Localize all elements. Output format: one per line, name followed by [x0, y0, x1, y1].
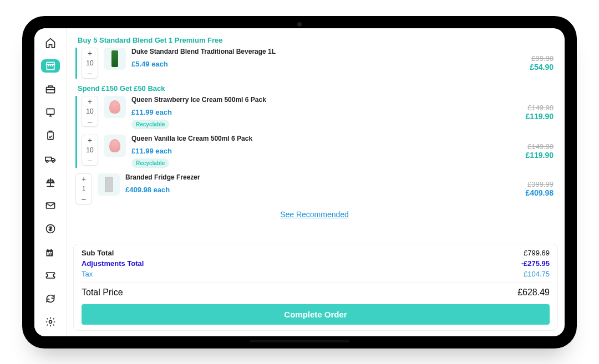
qty-increment[interactable]: + [82, 48, 98, 58]
line-price: £409.98 [509, 188, 554, 197]
cart-line-item: +10–Queen Strawberry Ice Cream 500ml 6 P… [82, 96, 554, 129]
total-label: Total Price [82, 288, 123, 298]
line-price: £119.90 [509, 112, 554, 121]
unit-price: £11.99 each [131, 108, 504, 116]
quantity-stepper[interactable]: +10– [82, 96, 98, 127]
cart-line-item: +10–Duke Standard Blend Traditional Beve… [82, 48, 554, 79]
price-column: £99.90£54.90 [509, 54, 554, 71]
unit-price: £11.99 each [131, 147, 504, 155]
nav-home[interactable] [41, 36, 60, 49]
qty-decrement[interactable]: – [76, 194, 92, 204]
line-price: £119.90 [509, 151, 554, 160]
nav-castle[interactable] [41, 245, 60, 259]
see-recommended-row: See Recommended [75, 210, 554, 219]
promo-block: +10–Queen Strawberry Ice Cream 500ml 6 P… [75, 96, 554, 168]
home-indicator [250, 340, 349, 342]
original-price: £149.90 [509, 104, 554, 112]
product-info: Duke Standard Blend Traditional Beverage… [131, 48, 504, 68]
quantity-stepper[interactable]: +10– [82, 48, 98, 79]
tablet-frame: Buy 5 Standard Blend Get 1 Premium Free+… [22, 16, 577, 348]
unit-price: £5.49 each [131, 60, 504, 68]
original-price: £399.99 [509, 180, 554, 188]
subtotal-value: £799.69 [524, 249, 550, 257]
product-info: Queen Vanilla Ice Cream 500ml 6 Pack£11.… [131, 135, 504, 168]
tax-value: £104.75 [524, 270, 550, 278]
cart-scroll[interactable]: Buy 5 Standard Blend Get 1 Premium Free+… [67, 28, 565, 242]
product-thumb [98, 173, 120, 196]
unit-price: £409.98 each [125, 186, 504, 194]
camera-dot [297, 22, 302, 27]
main-area: Buy 5 Standard Blend Get 1 Premium Free+… [67, 28, 565, 336]
nav-briefcase[interactable] [41, 83, 60, 96]
qty-value: 10 [86, 106, 93, 116]
cart-line-item: +10–Queen Vanilla Ice Cream 500ml 6 Pack… [82, 135, 554, 168]
quantity-stepper[interactable]: +1– [75, 173, 92, 204]
qty-value: 1 [82, 184, 86, 194]
original-price: £149.90 [509, 142, 554, 151]
nav-truck[interactable] [41, 152, 60, 166]
product-name: Queen Vanilla Ice Cream 500ml 6 Pack [131, 135, 504, 142]
nav-monitor[interactable] [41, 106, 60, 119]
qty-decrement[interactable]: – [82, 68, 98, 78]
adjustments-label[interactable]: Adjustments Total [82, 259, 144, 268]
svg-rect-2 [48, 132, 53, 139]
promo-title: Buy 5 Standard Blend Get 1 Premium Free [78, 36, 554, 44]
product-info: Queen Strawberry Ice Cream 500ml 6 Pack£… [131, 96, 504, 129]
line-price: £54.90 [509, 63, 554, 71]
totals-panel: Sub Total £799.69 Adjustments Total -£27… [73, 244, 558, 331]
subtotal-label: Sub Total [82, 249, 114, 257]
recyclable-badge: Recyclable [131, 158, 169, 168]
price-column: £149.90£119.90 [509, 104, 554, 121]
nav-sync[interactable] [41, 292, 60, 305]
original-price: £99.90 [509, 54, 554, 63]
nav-dollar[interactable] [41, 222, 60, 235]
nav-store[interactable] [41, 59, 60, 73]
sidebar [34, 28, 67, 336]
see-recommended-link[interactable]: See Recommended [280, 210, 349, 219]
nav-scale[interactable] [41, 176, 60, 189]
svg-point-5 [49, 320, 52, 323]
svg-rect-0 [46, 87, 54, 93]
complete-order-button[interactable]: Complete Order [82, 304, 550, 325]
screen: Buy 5 Standard Blend Get 1 Premium Free+… [34, 28, 565, 336]
recyclable-badge: Recyclable [131, 120, 169, 129]
product-name: Branded Fridge Freezer [125, 173, 504, 181]
product-name: Queen Strawberry Ice Cream 500ml 6 Pack [131, 96, 504, 104]
nav-mail[interactable] [41, 199, 60, 212]
product-thumb [104, 135, 126, 157]
promo-block: +10–Duke Standard Blend Traditional Beve… [75, 48, 554, 79]
cart-line-item: +1–Branded Fridge Freezer£409.98 each£39… [75, 173, 554, 204]
nav-clipboard[interactable] [41, 129, 60, 142]
qty-increment[interactable]: + [82, 135, 98, 145]
svg-rect-1 [47, 109, 54, 114]
total-value: £628.49 [517, 288, 550, 298]
quantity-stepper[interactable]: +10– [82, 135, 98, 166]
product-info: Branded Fridge Freezer£409.98 each [125, 173, 504, 194]
nav-settings[interactable] [41, 315, 60, 329]
qty-decrement[interactable]: – [82, 116, 98, 126]
price-column: £149.90£119.90 [509, 142, 554, 160]
qty-value: 10 [86, 58, 93, 68]
adjustments-value: -£275.95 [521, 259, 550, 268]
qty-value: 10 [86, 145, 93, 155]
qty-increment[interactable]: + [82, 96, 98, 106]
product-name: Duke Standard Blend Traditional Beverage… [131, 48, 504, 55]
qty-decrement[interactable]: – [82, 155, 98, 165]
tax-label[interactable]: Tax [82, 270, 93, 278]
product-thumb [104, 96, 126, 118]
qty-increment[interactable]: + [76, 174, 92, 184]
price-column: £399.99£409.98 [509, 180, 554, 197]
product-thumb [104, 48, 126, 70]
nav-ticket[interactable] [41, 269, 60, 282]
promo-title: Spend £150 Get £50 Back [78, 84, 554, 93]
